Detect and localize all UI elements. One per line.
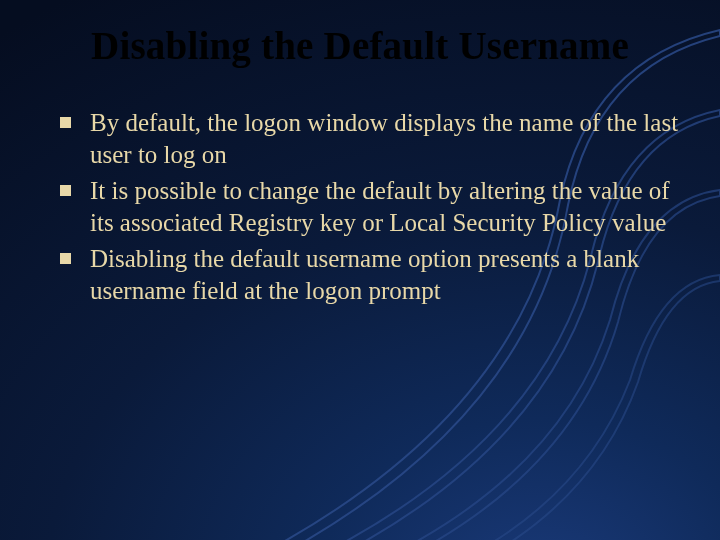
bullet-text: By default, the logon window displays th… — [90, 109, 678, 168]
list-item: Disabling the default username option pr… — [60, 243, 692, 307]
bullet-list: By default, the logon window displays th… — [28, 107, 692, 307]
bullet-text: It is possible to change the default by … — [90, 177, 670, 236]
square-bullet-icon — [60, 185, 71, 196]
square-bullet-icon — [60, 253, 71, 264]
list-item: By default, the logon window displays th… — [60, 107, 692, 171]
slide-title: Disabling the Default Username — [28, 26, 692, 67]
slide-container: Disabling the Default Username By defaul… — [0, 0, 720, 540]
square-bullet-icon — [60, 117, 71, 128]
bullet-text: Disabling the default username option pr… — [90, 245, 639, 304]
list-item: It is possible to change the default by … — [60, 175, 692, 239]
